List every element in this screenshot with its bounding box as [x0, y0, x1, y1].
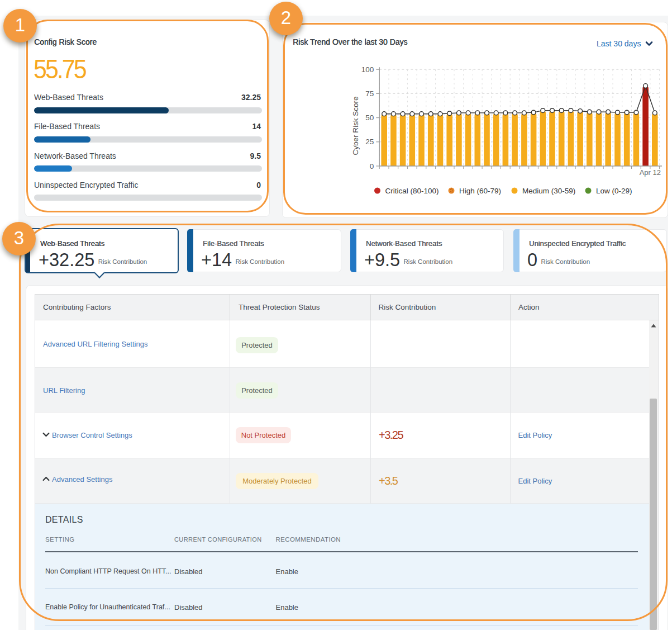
- svg-text:75: 75: [365, 89, 374, 98]
- svg-text:Apr 12: Apr 12: [640, 168, 661, 177]
- svg-text:Critical (80-100): Critical (80-100): [385, 187, 439, 195]
- svg-text:25: 25: [365, 138, 374, 146]
- svg-text:100: 100: [361, 65, 374, 74]
- svg-text:High (60-79): High (60-79): [459, 187, 501, 195]
- svg-text:0: 0: [370, 162, 374, 170]
- svg-text:50: 50: [365, 113, 374, 122]
- svg-text:Low (0-29): Low (0-29): [596, 187, 632, 195]
- svg-text:Cyber Risk Score: Cyber Risk Score: [351, 96, 360, 155]
- svg-text:Medium (30-59): Medium (30-59): [522, 187, 575, 195]
